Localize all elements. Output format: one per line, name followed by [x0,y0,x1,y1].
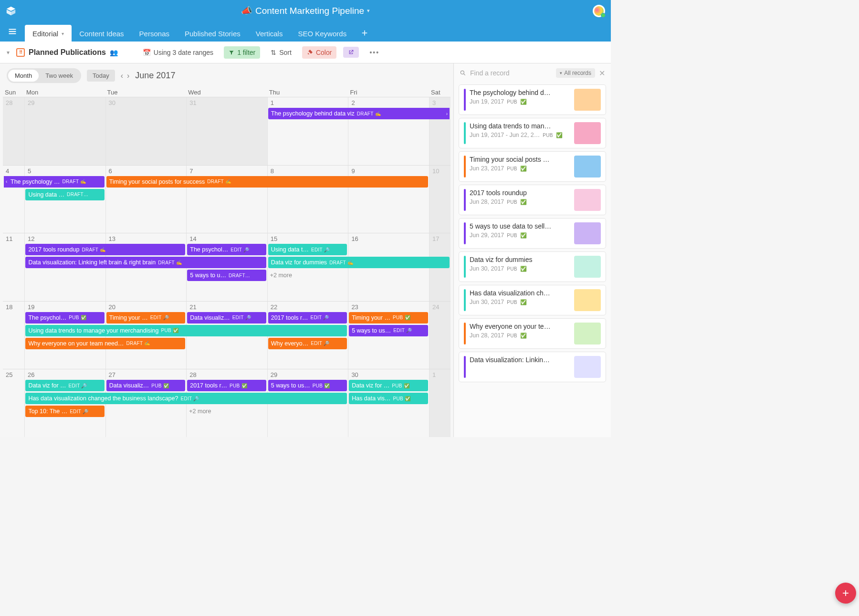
record-card[interactable]: 2017 tools roundup Jun 28, 2017 PUB✅ [459,185,606,215]
calendar-event[interactable]: The psychol…PUB ✅ [25,312,104,324]
calendar-event[interactable]: 5 ways to u…DRAFT… [187,270,266,281]
day-cell[interactable]: 25 [3,369,24,437]
view-name-text: Planned Publications [29,48,106,57]
day-cell[interactable]: 24 [429,302,450,369]
calendar-event[interactable]: The psychol…EDIT 🔎 [187,244,266,255]
prev-month-button[interactable]: ‹ [121,72,123,80]
day-cell[interactable]: 4 [3,166,24,233]
close-panel-button[interactable]: ✕ [599,69,605,78]
day-cell[interactable]: 6 [105,166,187,233]
record-card[interactable]: Why everyone on your te… Jun 28, 2017 PU… [459,318,606,349]
tab-published-stories[interactable]: Published Stories [177,25,248,42]
calendar-event[interactable]: Why everyone on your team need…DRAFT ✍️ [25,338,185,349]
record-card[interactable]: 5 ways to use data to sell… Jun 29, 2017… [459,218,606,249]
event-status: EDIT 🔎 [311,247,330,252]
calendar-event[interactable]: 2017 tools r…PUB ✅ [187,380,266,391]
logo-icon[interactable] [6,6,16,16]
day-cell[interactable]: 7 [186,166,267,233]
next-month-button[interactable]: › [127,72,129,80]
day-cell[interactable]: 30 [105,97,187,165]
calendar-event[interactable]: Data viz for …PUB ✅ [349,380,428,391]
scale-two-week[interactable]: Two week [39,70,80,82]
calendar-event[interactable]: The psychology behind data vizDRAFT ✍️› [268,108,450,119]
continues-right-icon: › [446,111,448,116]
records-filter-dropdown[interactable]: ▾ All records [556,68,595,78]
calendar-week: 111213141516172017 tools roundupDRAFT ✍️… [3,233,450,301]
day-number: 1 [432,371,436,378]
menu-icon[interactable] [6,25,19,38]
sort-icon: ⇅ [271,49,276,56]
day-cell[interactable]: 31 [186,97,267,165]
calendar-event[interactable]: 5 ways to us…EDIT 🔎 [349,325,428,336]
calendar-event[interactable]: Data viz for dummiesDRAFT ✍️ [268,257,450,268]
event-title: The psychol… [28,314,66,321]
day-number: 2 [351,99,355,106]
day-cell[interactable]: 11 [3,233,24,301]
share-button[interactable] [343,47,359,58]
calendar-event[interactable]: Top 10: The …EDIT 🔎 [25,406,104,417]
record-card[interactable]: Timing your social posts … Jun 23, 2017 … [459,151,606,182]
calendar-event[interactable]: Timing your …PUB ✅ [349,312,428,324]
calendar-event[interactable]: 5 ways to us…PUB ✅ [268,380,347,391]
calendar-event[interactable]: ‹The psychology …DRAFT ✍️ [4,176,105,188]
day-cell[interactable]: 18 [3,302,24,369]
tab-content-ideas[interactable]: Content Ideas [72,25,131,42]
more-events-link[interactable]: +2 more [267,270,348,281]
sort-button[interactable]: ⇅ Sort [267,46,295,59]
event-status: PUB ✅ [392,383,409,388]
day-cell[interactable]: 10 [429,166,450,233]
card-thumbnail [574,222,601,244]
color-bar [464,122,466,144]
event-status: EDIT 🔎 [69,383,87,388]
calendar-event[interactable]: Has data visualization changed the busin… [25,393,347,404]
view-name[interactable]: Planned Publications 👥 [16,48,118,57]
filter-button[interactable]: 1 filter [224,46,260,59]
card-thumbnail [574,189,601,211]
calendar-event[interactable]: Using data trends to manage your merchan… [25,325,347,336]
tab-editorial[interactable]: Editorial▾ [25,25,72,42]
calendar-event[interactable]: 2017 tools roundupDRAFT ✍️ [25,244,185,255]
calendar-event[interactable]: Timing your …EDIT 🔎 [106,312,185,324]
tab-seo-keywords[interactable]: SEO Keywords [290,25,354,42]
calendar-event[interactable]: Using data t…EDIT 🔎 [268,244,347,255]
record-card[interactable]: Using data trends to man… Jun 19, 2017 -… [459,118,606,148]
tab-personas[interactable]: Personas [132,25,177,42]
more-events-link[interactable]: +2 more [186,406,267,417]
calendar-event[interactable]: Data visualiz…PUB ✅ [106,380,185,391]
add-table-button[interactable] [358,26,371,40]
event-status: EDIT 🔎 [232,315,251,320]
more-button[interactable]: ••• [366,46,383,59]
event-title: 5 ways to u… [190,272,226,279]
tab-label: SEO Keywords [298,30,346,38]
event-title: 2017 tools r… [271,314,308,321]
collapse-icon[interactable]: ▾ [7,49,10,56]
day-cell[interactable]: 9 [348,166,429,233]
today-button[interactable]: Today [87,70,115,82]
record-card[interactable]: The psychology behind d… Jun 19, 2017 PU… [459,84,606,115]
color-button[interactable]: Color [302,46,336,59]
calendar-event[interactable]: Data visualization: Linking left brain &… [25,257,266,268]
calendar-event[interactable]: Has data vis…PUB ✅ [349,393,428,404]
day-number: 26 [28,371,34,378]
day-cell[interactable]: 28 [3,97,24,165]
avatar[interactable] [593,5,605,17]
calendar-event[interactable]: Timing your social posts for successDRAF… [106,176,428,188]
record-card[interactable]: Data visualization: Linkin… [459,352,606,382]
day-number: 1 [271,99,274,106]
day-cell[interactable]: 8 [267,166,348,233]
record-card[interactable]: Data viz for dummies Jun 30, 2017 PUB✅ [459,251,606,282]
calendar-event[interactable]: Data visualiz…EDIT 🔎 [187,312,266,324]
base-title[interactable]: 📣 Content Marketing Pipeline ▾ [241,5,370,16]
calendar-event[interactable]: Why everyo…EDIT 🔎 [268,338,347,349]
tab-verticals[interactable]: Verticals [248,25,291,42]
calendar-event[interactable]: Using data …DRAFT… [25,189,104,200]
day-cell[interactable]: 29 [24,97,105,165]
calendar-event[interactable]: 2017 tools r…EDIT 🔎 [268,312,347,324]
date-ranges-button[interactable]: 📅 Using 3 date ranges [139,46,217,59]
search-input[interactable]: Find a record [470,69,552,77]
calendar-event[interactable]: Data viz for …EDIT 🔎 [25,380,104,391]
scale-month[interactable]: Month [8,70,39,82]
card-date: Jun 19, 2017 [470,98,504,105]
record-card[interactable]: Has data visualization ch… Jun 30, 2017 … [459,285,606,315]
day-cell[interactable]: 1 [429,369,450,437]
